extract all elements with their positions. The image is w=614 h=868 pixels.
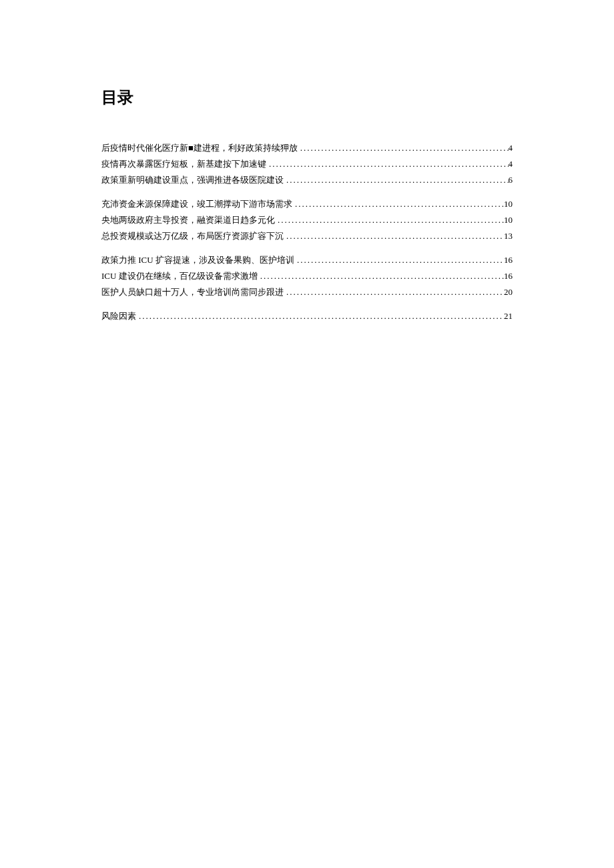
toc-dots [266, 156, 509, 172]
toc-dots [292, 196, 504, 212]
toc-entry: 政策力推 ICU 扩容提速，涉及设备果购、医护培训16 [101, 252, 513, 268]
toc-entry: 风险因素21 [101, 308, 513, 324]
toc-entry-label: 疫情再次暴露医疗短板，新基建按下加速键 [101, 156, 266, 172]
toc-entry: 政策重新明确建设重点，强调推进各级医院建设6 [101, 172, 513, 188]
toc-section: 充沛资金来源保障建设，竣工潮撑动下游市场需求10央地两级政府主导投资，融资渠道日… [101, 196, 513, 244]
toc-dots [275, 212, 504, 228]
toc-entry-page: 16 [504, 252, 513, 268]
toc-dots [294, 252, 504, 268]
toc-entry-page: 21 [504, 308, 513, 324]
toc-entry-label: 央地两级政府主导投资，融资渠道日趋多元化 [101, 212, 275, 228]
toc-entry-page: 10 [504, 196, 513, 212]
toc-section: 后疫情时代催化医疗新■建进程，利好政策持续狎放4疫情再次暴露医疗短板，新基建按下… [101, 140, 513, 188]
toc-entry-label: 政策重新明确建设重点，强调推进各级医院建设 [101, 172, 284, 188]
toc-entry-label: 医护人员缺口超十万人，专业培训尚需同步跟进 [101, 284, 284, 300]
toc-dots [284, 228, 504, 244]
toc-entry-page: 4 [509, 140, 513, 156]
toc-entry-page: 20 [504, 284, 513, 300]
toc-title: 目录 [101, 87, 513, 108]
toc-container: 后疫情时代催化医疗新■建进程，利好政策持续狎放4疫情再次暴露医疗短板，新基建按下… [101, 140, 513, 324]
toc-entry: 充沛资金来源保障建设，竣工潮撑动下游市场需求10 [101, 196, 513, 212]
toc-dots [284, 172, 509, 188]
toc-entry-label: 风险因素 [101, 308, 136, 324]
toc-dots [284, 284, 504, 300]
toc-dots [298, 140, 509, 156]
toc-entry-page: 10 [504, 212, 513, 228]
toc-entry: 总投资规模或达万亿级，布局医疗资源扩容下沉13 [101, 228, 513, 244]
toc-section: 政策力推 ICU 扩容提速，涉及设备果购、医护培训16ICU 建设仍在继续，百亿… [101, 252, 513, 300]
toc-entry-page: 13 [504, 228, 513, 244]
toc-entry-label: ICU 建设仍在继续，百亿级设备需求激增 [101, 268, 258, 284]
toc-entry-page: 6 [509, 172, 513, 188]
toc-dots [136, 308, 504, 324]
toc-entry-label: 总投资规模或达万亿级，布局医疗资源扩容下沉 [101, 228, 284, 244]
toc-section: 风险因素21 [101, 308, 513, 324]
toc-entry-label: 后疫情时代催化医疗新■建进程，利好政策持续狎放 [101, 140, 298, 156]
toc-entry-page: 4 [509, 156, 513, 172]
toc-entry-label: 政策力推 ICU 扩容提速，涉及设备果购、医护培训 [101, 252, 294, 268]
toc-dots [258, 268, 504, 284]
toc-entry-page: 16 [504, 268, 513, 284]
toc-entry-label: 充沛资金来源保障建设，竣工潮撑动下游市场需求 [101, 196, 292, 212]
toc-entry: ICU 建设仍在继续，百亿级设备需求激增16 [101, 268, 513, 284]
toc-entry: 后疫情时代催化医疗新■建进程，利好政策持续狎放4 [101, 140, 513, 156]
toc-entry: 疫情再次暴露医疗短板，新基建按下加速键4 [101, 156, 513, 172]
toc-entry: 央地两级政府主导投资，融资渠道日趋多元化10 [101, 212, 513, 228]
toc-entry: 医护人员缺口超十万人，专业培训尚需同步跟进20 [101, 284, 513, 300]
